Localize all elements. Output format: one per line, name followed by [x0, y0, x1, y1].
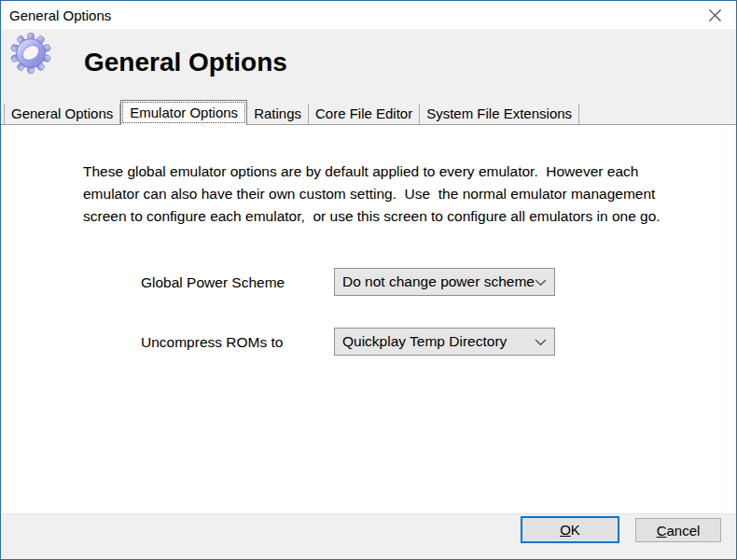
- uncompress-roms-value: Quickplay Temp Directory: [342, 333, 507, 350]
- tab-system-file-extensions[interactable]: System File Extensions: [420, 104, 579, 124]
- dialog-header: General Options: [1, 29, 736, 100]
- uncompress-roms-label: Uncompress ROMs to: [141, 334, 283, 351]
- ok-button-label: K: [571, 522, 580, 538]
- global-power-scheme-label: Global Power Scheme: [141, 274, 285, 291]
- tab-ratings[interactable]: Ratings: [247, 104, 309, 124]
- tab-strip-border: [1, 124, 736, 125]
- dialog-footer: OK Cancel: [1, 513, 736, 559]
- general-options-dialog: General Options: [0, 0, 737, 560]
- cancel-button[interactable]: Cancel: [635, 518, 721, 542]
- gear-icon: [10, 33, 51, 74]
- ok-button-label-accel: O: [560, 522, 571, 538]
- tab-general-options[interactable]: General Options: [4, 104, 120, 124]
- close-icon: [708, 8, 722, 22]
- cancel-button-label: ancel: [666, 523, 700, 539]
- tab-emulator-options[interactable]: Emulator Options: [120, 100, 247, 125]
- tab-core-file-editor[interactable]: Core File Editor: [309, 104, 420, 124]
- tab-strip: General Options Emulator Options Ratings…: [1, 99, 736, 125]
- global-power-scheme-select[interactable]: Do not change power scheme: [334, 268, 555, 296]
- emulator-options-panel: These global emulator options are by def…: [1, 125, 736, 514]
- page-title: General Options: [84, 48, 287, 77]
- description-text: These global emulator options are by def…: [83, 161, 673, 228]
- titlebar[interactable]: General Options: [1, 1, 736, 29]
- global-power-scheme-value: Do not change power scheme: [342, 273, 535, 290]
- chevron-down-icon: [535, 339, 547, 346]
- chevron-down-icon: [535, 279, 547, 287]
- ok-button[interactable]: OK: [521, 516, 619, 543]
- close-button[interactable]: [693, 1, 736, 29]
- uncompress-roms-select[interactable]: Quickplay Temp Directory: [334, 328, 555, 356]
- cancel-button-label-accel: C: [657, 523, 667, 539]
- window-title: General Options: [9, 7, 111, 23]
